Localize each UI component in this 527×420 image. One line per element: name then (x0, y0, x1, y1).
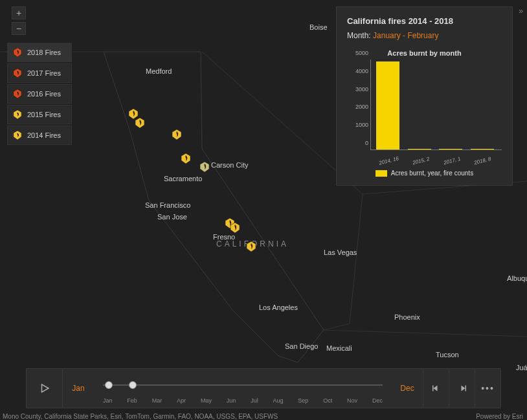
panel-title: California fires 2014 - 2018 (347, 16, 502, 26)
time-tick-label: Sep (298, 397, 308, 404)
fire-marker[interactable] (199, 161, 210, 173)
chart-y-tick: 0 (365, 140, 368, 146)
zoom-in-button[interactable]: + (12, 6, 26, 19)
chart-plot-area: 010002000300040005000 2014, 162015, 2201… (370, 60, 502, 150)
slider-handle-start[interactable] (105, 381, 113, 389)
legend-item[interactable]: 2014 Fires (7, 126, 72, 145)
svg-rect-4 (465, 386, 466, 392)
place-label: Medford (146, 67, 172, 75)
attribution-text: Mono County, California State Parks, Esr… (3, 413, 278, 420)
time-tick-label: Jul (251, 397, 258, 404)
time-tick-label: Jan (103, 397, 113, 404)
place-label: Carson City (211, 161, 248, 169)
time-range-end: Dec (392, 384, 423, 393)
time-slider[interactable]: JanFebMarAprMayJunJulAugSepOctNovDec (94, 369, 392, 408)
fire-icon (13, 110, 22, 120)
time-tick-label: Jun (227, 397, 236, 404)
svg-rect-2 (432, 386, 434, 392)
svg-marker-3 (461, 386, 465, 392)
fire-marker[interactable] (172, 129, 182, 140)
fire-marker[interactable] (230, 222, 240, 234)
fire-marker[interactable] (135, 117, 145, 129)
chart-y-tick: 4000 (355, 68, 368, 74)
chart-y-tick: 1000 (355, 122, 368, 128)
time-tick-label: Dec (372, 397, 383, 404)
svg-marker-0 (41, 384, 49, 392)
chart-x-tick: 2018, 8 (473, 156, 491, 166)
chart-bar (408, 149, 431, 149)
expand-panel-icon[interactable]: » (519, 6, 523, 16)
time-range-start: Jan (63, 384, 94, 393)
legend-item-label: 2014 Fires (27, 131, 61, 139)
chart-bar (439, 149, 462, 149)
fire-icon (13, 69, 22, 78)
place-label: Los Angeles (259, 304, 298, 311)
place-label: Juáre (516, 364, 527, 371)
time-tick-label: Nov (347, 397, 357, 404)
step-forward-button[interactable] (449, 369, 475, 408)
legend-item[interactable]: 2016 Fires (7, 84, 72, 104)
fire-icon (13, 48, 22, 58)
layer-legend: 2018 Fires 2017 Fires 2016 Fires 2015 Fi… (7, 43, 72, 145)
fire-marker[interactable] (246, 241, 256, 252)
legend-item[interactable]: 2015 Fires (7, 105, 72, 124)
time-tick-label: Oct (323, 397, 332, 404)
place-label: Sacramento (164, 175, 202, 182)
time-slider-bar: Jan JanFebMarAprMayJunJulAugSepOctNovDec… (26, 368, 501, 408)
chart-bar (376, 61, 399, 149)
step-back-button[interactable] (423, 369, 449, 408)
place-label: San Diego (285, 342, 318, 350)
legend-item-label: 2016 Fires (27, 90, 61, 98)
fire-icon (13, 131, 22, 140)
chart-x-tick: 2017, 1 (443, 156, 461, 166)
panel-month-value: January - February (373, 31, 438, 40)
info-panel: California fires 2014 - 2018 Month: Janu… (336, 6, 513, 186)
slider-handle-end[interactable] (129, 381, 137, 389)
time-tick-label: Aug (273, 397, 284, 404)
play-button[interactable] (27, 369, 63, 408)
place-label: Albuquerq (507, 274, 527, 282)
legend-item-label: 2017 Fires (27, 69, 61, 77)
place-label: San Francisco (145, 201, 190, 209)
more-options-button[interactable]: ••• (475, 369, 500, 408)
fire-marker[interactable] (181, 153, 191, 164)
place-label: Mexicali (326, 344, 352, 352)
place-label: Phoenix (394, 313, 420, 321)
chart-bar (471, 149, 494, 149)
svg-marker-1 (433, 386, 437, 392)
time-tick-label: Mar (152, 397, 163, 404)
powered-by-text: Powered by Esri (476, 413, 523, 420)
chart-x-tick: 2015, 2 (412, 156, 430, 166)
fire-icon (13, 89, 22, 99)
chart-x-tick: 2014, 16 (379, 155, 399, 166)
chart-y-tick: 2000 (355, 104, 368, 110)
zoom-out-button[interactable]: − (12, 22, 26, 35)
chart-legend-swatch (376, 170, 387, 177)
chart-y-tick: 3000 (355, 86, 368, 93)
chart-y-tick: 5000 (355, 50, 368, 56)
time-tick-label: Feb (127, 397, 137, 404)
chart: Acres burnt by month 0100020003000400050… (347, 49, 502, 177)
legend-item[interactable]: 2017 Fires (7, 63, 72, 83)
place-label: Las Vegas (324, 249, 357, 256)
legend-item[interactable]: 2018 Fires (7, 43, 72, 62)
chart-legend: Acres burnt, year, fire counts (347, 170, 502, 177)
legend-item-label: 2018 Fires (27, 49, 61, 56)
time-tick-label: May (201, 397, 212, 404)
panel-month-label: Month: (347, 31, 371, 40)
legend-item-label: 2015 Fires (27, 111, 61, 118)
chart-legend-label: Acres burnt, year, fire counts (391, 170, 473, 177)
slider-track (103, 384, 383, 386)
place-label: Boise (309, 23, 328, 31)
time-tick-label: Apr (177, 397, 186, 404)
zoom-controls: + − (12, 6, 26, 35)
chart-title: Acres burnt by month (347, 49, 502, 57)
place-label: San Jose (157, 213, 187, 221)
place-label: Tucson (436, 351, 459, 359)
panel-month-row: Month: January - February (347, 31, 502, 40)
